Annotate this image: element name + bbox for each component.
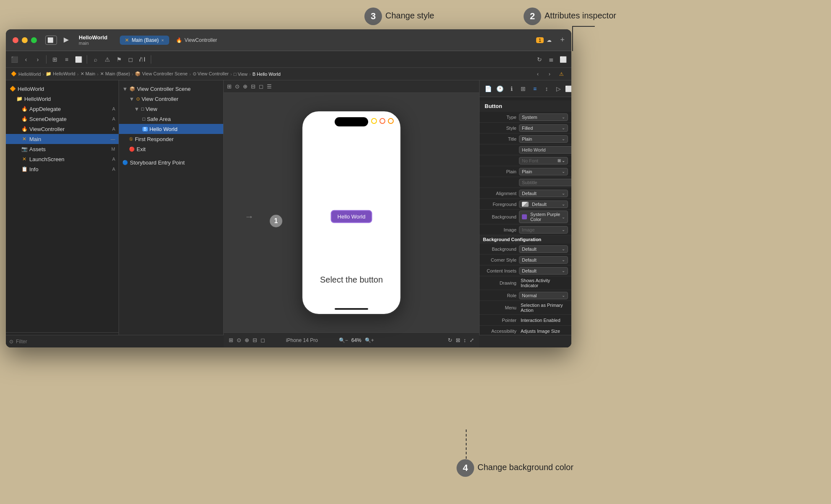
nav-item-helloworld-root[interactable]: 🔶 HelloWorld — [6, 84, 119, 94]
insp-view-left[interactable]: ⬜ — [563, 84, 571, 94]
scene-exit[interactable]: 🔴 Exit — [119, 144, 223, 154]
breadcrumb-helloworld2[interactable]: 📁 HelloWorld — [46, 71, 75, 77]
scene-vc-scene[interactable]: ▼ 📦 View Controller Scene — [119, 84, 223, 94]
insp-role-value[interactable]: Normal ⌄ — [519, 292, 568, 299]
tab-viewcontroller[interactable]: 🔥 ViewController — [171, 36, 222, 45]
warning-icon[interactable]: ⚠ — [102, 54, 112, 64]
minimize-button[interactable] — [22, 37, 28, 43]
insp-info-icon[interactable]: ℹ — [506, 84, 516, 94]
breadcrumb-vc-scene[interactable]: 📦 View Controller Scene — [135, 71, 188, 77]
insp-clock-icon[interactable]: 🕐 — [495, 84, 505, 94]
canvas-footer-icon7[interactable]: ⊠ — [456, 337, 460, 343]
insp-subtitle-label: Plain — [483, 169, 516, 174]
canvas-tool-4[interactable]: ⊟ — [251, 83, 255, 90]
search-icon[interactable]: ⌕ — [90, 54, 101, 64]
scene-vc[interactable]: ▼ ⊙ View Controller — [119, 94, 223, 104]
canvas-tool-5[interactable]: ◻ — [259, 83, 263, 90]
canvas-zoom-in[interactable]: 🔍+ — [365, 337, 374, 343]
flag-icon[interactable]: ⚑ — [114, 54, 124, 64]
breadcrumb-main-base[interactable]: ✕ Main (Base) — [100, 71, 130, 77]
insp-style-value[interactable]: Filled ⌄ — [519, 124, 568, 132]
scene-hello-world-label: Hello World — [150, 126, 178, 132]
breadcrumb-prev[interactable]: ‹ — [533, 69, 543, 79]
insp-subtitle-input[interactable] — [519, 179, 571, 186]
canvas-footer-icon4[interactable]: ⊟ — [253, 337, 257, 343]
insp-corner-value[interactable]: Default ⌄ — [519, 256, 568, 264]
refresh-icon[interactable]: ↻ — [534, 54, 545, 64]
nav-item-main[interactable]: ✕ Main — — [6, 134, 119, 144]
inspector-list-icon[interactable]: ≣ — [546, 54, 556, 64]
insp-title-input[interactable] — [519, 146, 571, 154]
canvas-tool-3[interactable]: ⊕ — [243, 83, 248, 90]
insp-alignment-value[interactable]: Default ⌄ — [519, 190, 568, 197]
annotation-4-line — [466, 429, 467, 459]
breadcrumb-helloworld[interactable]: HelloWorld — [18, 72, 41, 77]
navigator-icon[interactable]: ⬛ — [9, 54, 19, 64]
breadcrumb-next[interactable]: › — [545, 69, 555, 79]
back-button[interactable]: ‹ — [21, 54, 31, 64]
canvas-footer-icon5[interactable]: ◻ — [261, 337, 265, 343]
insp-size-icon[interactable]: ≡ — [530, 84, 540, 94]
canvas-footer-icon2[interactable]: ⊙ — [237, 337, 241, 343]
nav-item-launchscreen[interactable]: ✕ LaunchScreen A — [6, 154, 119, 164]
insp-attr-icon[interactable]: ⊞ — [518, 84, 528, 94]
insp-connect-icon[interactable]: ↕ — [542, 84, 552, 94]
scene-view[interactable]: ▼ □ View — [119, 104, 223, 114]
close-button[interactable] — [13, 37, 18, 43]
canvas-icon[interactable]: ⬜ — [73, 54, 83, 64]
canvas-footer-icon1[interactable]: ⊞ — [229, 337, 233, 343]
list-icon[interactable]: ≡ — [62, 54, 72, 64]
nav-item-info[interactable]: 📋 Info A — [6, 164, 119, 174]
scene-storyboard-entry[interactable]: 🔵 Storyboard Entry Point — [119, 157, 223, 167]
canvas-tool-1[interactable]: ⊞ — [227, 83, 232, 90]
insp-background-value[interactable]: System Purple Color ⌄ — [519, 211, 568, 223]
nav-item-scenedelegate[interactable]: 🔥 SceneDelegate A — [6, 114, 119, 124]
canvas-footer-icon9[interactable]: ⤢ — [470, 337, 474, 343]
canvas-tool-6[interactable]: ☰ — [267, 83, 272, 90]
fullscreen-button[interactable] — [31, 37, 37, 43]
tab-main-base[interactable]: ✕ Main (Base) × — [120, 36, 169, 45]
insp-file-icon[interactable]: 📄 — [483, 84, 493, 94]
insp-font-value[interactable]: No Font ⊞ ⌄ — [519, 157, 568, 165]
breadcrumb-hello-world[interactable]: B Hello World — [253, 72, 281, 77]
forward-button[interactable]: › — [33, 54, 43, 64]
canvas-footer-icon8[interactable]: ↕ — [464, 337, 467, 343]
canvas-footer-icon3[interactable]: ⊕ — [245, 337, 249, 343]
nav-item-viewcontroller[interactable]: 🔥 ViewController A — [6, 124, 119, 134]
canvas-footer-icon6[interactable]: ↻ — [448, 337, 452, 343]
insp-font-edit[interactable]: ⊞ — [557, 158, 561, 163]
grid-icon[interactable]: ⊞ — [50, 54, 60, 64]
insp-extra-icon[interactable]: ▷ — [553, 84, 563, 94]
nav-item-appdelegate[interactable]: 🔥 AppDelegate A — [6, 104, 119, 114]
scene-safe-area[interactable]: □ Safe Area — [119, 114, 223, 124]
scene-filter-input[interactable] — [119, 339, 224, 345]
merge-icon[interactable]: ⛙ — [137, 54, 147, 64]
tab-main-close[interactable]: × — [161, 38, 164, 43]
canvas-tool-2[interactable]: ⊙ — [235, 83, 240, 90]
insp-subtitle-value[interactable]: Plain ⌄ — [519, 168, 568, 175]
insp-title-value[interactable]: Plain ⌄ — [519, 135, 568, 143]
breadcrumb-vc[interactable]: ⊙ View Controller — [193, 71, 229, 77]
scene-first-responder[interactable]: ① First Responder — [119, 134, 223, 144]
nav-item-helloworld-folder[interactable]: 📁 HelloWorld — [6, 94, 119, 104]
insp-style-text: Filled — [522, 126, 533, 131]
insp-type-value[interactable]: System ⌄ — [519, 113, 568, 121]
breadcrumb-view[interactable]: □ View — [234, 72, 248, 77]
scene-hello-world[interactable]: B Hello World — [119, 124, 223, 134]
insp-bg-bg-value[interactable]: Default ⌄ — [519, 245, 568, 253]
insp-image-value[interactable]: Image ⌄ — [519, 226, 568, 234]
breadcrumb-warning[interactable]: ⚠ — [556, 69, 566, 79]
person-icon[interactable]: ◻ — [126, 54, 136, 64]
sidebar-toggle-button[interactable]: ⬜ — [45, 36, 57, 45]
insp-font-stepper[interactable]: ⌄ — [562, 158, 565, 163]
toolbar-separator-3 — [151, 55, 151, 64]
run-button[interactable]: ▶ — [64, 36, 75, 45]
inspector-canvas-icon[interactable]: ⬜ — [558, 54, 568, 64]
nav-item-assets[interactable]: 📷 Assets M — [6, 144, 119, 154]
canvas-zoom-out[interactable]: 🔍− — [339, 337, 348, 343]
breadcrumb-main[interactable]: ✕ Main — [80, 71, 95, 77]
insp-foreground-value[interactable]: Default ⌄ — [519, 201, 568, 208]
insp-content-insets-value[interactable]: Default ⌄ — [519, 267, 568, 275]
hello-world-button-preview[interactable]: Hello World — [331, 210, 372, 223]
add-tab-button[interactable]: + — [560, 36, 565, 44]
